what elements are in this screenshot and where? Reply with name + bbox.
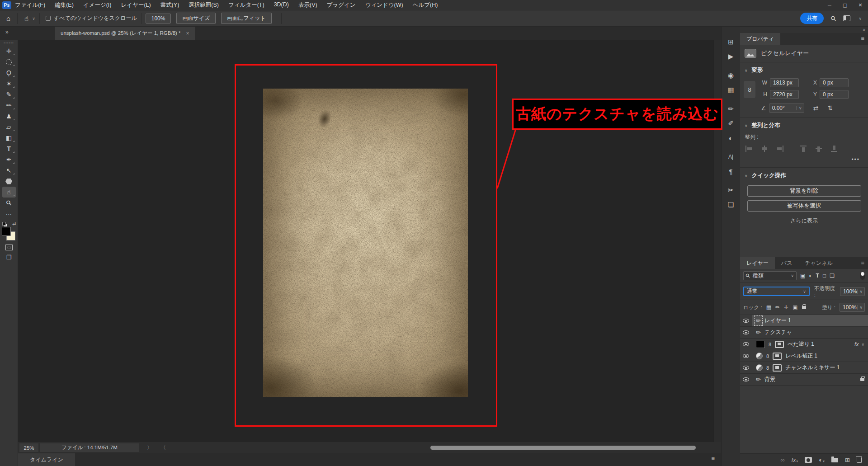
- x-field[interactable]: 0 px: [820, 78, 849, 87]
- eraser-tool[interactable]: ▱: [2, 122, 16, 132]
- shape-tool[interactable]: [2, 176, 16, 187]
- eyedropper-tool[interactable]: ✎: [2, 89, 16, 100]
- menu-help[interactable]: ヘルプ(H): [413, 1, 438, 9]
- notes-panel-icon[interactable]: ✂: [728, 186, 734, 195]
- scroll-all-windows-checkbox[interactable]: [46, 16, 51, 21]
- photoshop-logo[interactable]: Ps: [2, 1, 11, 9]
- layer-mask-thumbnail[interactable]: [775, 341, 784, 348]
- transform-section-header[interactable]: ∨ 変形: [740, 62, 868, 77]
- layer-name[interactable]: レベル補正 1: [785, 352, 817, 360]
- lock-artboard-icon[interactable]: ▣: [793, 304, 797, 311]
- menu-file[interactable]: ファイル(F): [15, 1, 45, 9]
- layer-effects-icon[interactable]: fx▾: [792, 457, 798, 463]
- align-section-header[interactable]: ∨ 整列と分布: [740, 118, 868, 132]
- adjustment-thumbnail[interactable]: [756, 353, 763, 359]
- quick-actions-section-header[interactable]: ∨ クイック操作: [740, 168, 868, 183]
- timeline-tab[interactable]: タイムライン: [18, 453, 75, 466]
- search-icon[interactable]: ⚲: [829, 14, 839, 23]
- menu-plugins[interactable]: プラグイン: [327, 1, 356, 9]
- default-colors-icon[interactable]: [2, 222, 7, 226]
- workspace-icon[interactable]: [843, 15, 850, 21]
- filter-shape-layers-icon[interactable]: □: [823, 273, 826, 279]
- chevron-down-icon[interactable]: ∨: [796, 106, 802, 110]
- visibility-toggle[interactable]: [740, 315, 752, 326]
- delete-layer-icon[interactable]: [857, 457, 862, 463]
- hand-tool-icon[interactable]: ☝: [22, 14, 31, 23]
- align-middle-v-icon[interactable]: [815, 146, 822, 152]
- brush-tool[interactable]: ✏: [2, 100, 16, 111]
- chevron-down-icon[interactable]: ∨: [32, 16, 35, 21]
- select-subject-button[interactable]: 被写体を選択: [747, 200, 861, 212]
- layer-name[interactable]: チャンネルミキサー 1: [785, 364, 840, 372]
- type-tool[interactable]: T: [2, 143, 16, 154]
- visibility-toggle[interactable]: [740, 362, 752, 373]
- flip-horizontal-icon[interactable]: ⇄: [813, 104, 819, 112]
- brushes-panel-icon[interactable]: ✐: [728, 119, 734, 128]
- link-dimensions-button[interactable]: 8: [744, 81, 755, 98]
- layer-thumbnail[interactable]: ✏: [756, 376, 761, 383]
- path-selection-tool[interactable]: ↖: [2, 165, 16, 176]
- add-mask-icon[interactable]: [805, 457, 812, 463]
- layer-row[interactable]: 8 べた塗り 1 fx ∨: [740, 339, 868, 350]
- zoom-level[interactable]: 25%: [19, 443, 38, 452]
- apps-grid-icon[interactable]: ⊞: [728, 38, 734, 47]
- menu-filter[interactable]: フィルター(T): [228, 1, 264, 9]
- layer-name[interactable]: べた塗り 1: [788, 340, 814, 348]
- layer-name[interactable]: 背景: [764, 376, 775, 383]
- tab-layers[interactable]: レイヤー: [740, 257, 775, 269]
- new-layer-icon[interactable]: ⊞: [845, 457, 850, 463]
- new-adjustment-layer-icon[interactable]: ◐▾: [819, 457, 825, 463]
- chevron-down-icon[interactable]: ∨: [859, 16, 862, 21]
- menu-type[interactable]: 書式(Y): [160, 1, 179, 9]
- align-more-button[interactable]: •••: [740, 153, 868, 168]
- opacity-field[interactable]: 100% ∨: [840, 287, 865, 296]
- tab-properties[interactable]: プロパティ: [740, 33, 780, 45]
- status-next-icon[interactable]: 〉: [147, 444, 152, 452]
- new-group-icon[interactable]: [831, 458, 838, 462]
- adjustment-thumbnail[interactable]: [756, 364, 763, 371]
- filter-smart-objects-icon[interactable]: ❏: [830, 273, 835, 279]
- layer-row[interactable]: 8 チャンネルミキサー 1: [740, 362, 868, 374]
- character-panel-icon[interactable]: A|: [728, 152, 733, 161]
- lock-all-icon[interactable]: [802, 306, 806, 309]
- layer-effects-badge[interactable]: fx ∨: [854, 341, 864, 348]
- lasso-tool[interactable]: Ϙ: [2, 67, 16, 78]
- visibility-toggle[interactable]: [740, 327, 752, 338]
- pen-tool[interactable]: ✒: [2, 154, 16, 165]
- tab-paths[interactable]: パス: [775, 257, 799, 269]
- menu-window[interactable]: ウィンドウ(W): [365, 1, 403, 9]
- layer-row[interactable]: ✏ レイヤー 1: [740, 315, 868, 327]
- adjustments-panel-icon[interactable]: ◐: [729, 133, 733, 142]
- horizontal-scrollbar-thumb[interactable]: [430, 446, 696, 450]
- remove-background-button[interactable]: 背景を削除: [747, 185, 861, 197]
- layer-mask-thumbnail[interactable]: [773, 364, 782, 372]
- libraries-panel-icon[interactable]: ❏: [728, 200, 734, 209]
- toolbar-drag-handle[interactable]: ••••••: [4, 41, 14, 45]
- align-left-icon[interactable]: [745, 146, 753, 152]
- fill-field[interactable]: 100% ∨: [840, 303, 865, 312]
- filter-pixel-layers-icon[interactable]: ▣: [800, 273, 805, 279]
- visibility-toggle[interactable]: [740, 339, 752, 350]
- horizontal-scrollbar[interactable]: [172, 442, 721, 453]
- align-bottom-icon[interactable]: [830, 146, 838, 152]
- more-tools-button[interactable]: ⋯: [2, 208, 16, 219]
- flip-vertical-icon[interactable]: ⇅: [827, 104, 833, 112]
- layers-menu-icon[interactable]: ≡: [861, 259, 864, 266]
- info-panel-icon[interactable]: ▦: [727, 85, 734, 94]
- layer-row[interactable]: ✏ 背景: [740, 374, 868, 386]
- show-more-link[interactable]: さらに表示: [790, 217, 818, 224]
- screen-mode-button[interactable]: ❐: [6, 254, 12, 261]
- layer-mask-thumbnail[interactable]: [773, 353, 782, 360]
- lock-position-icon[interactable]: ✛: [784, 304, 788, 311]
- marquee-tool[interactable]: [2, 56, 16, 67]
- link-layers-icon[interactable]: ∞: [781, 457, 785, 463]
- hand-tool[interactable]: ☝: [2, 187, 16, 198]
- clone-source-panel-icon[interactable]: ◉: [728, 71, 734, 80]
- filter-toggle-switch[interactable]: [860, 272, 865, 280]
- layer-row[interactable]: ✏ テクスチャ: [740, 327, 868, 339]
- layer-thumbnail[interactable]: ✏: [756, 317, 761, 324]
- height-field[interactable]: 2720 px: [770, 90, 799, 99]
- tab-channels[interactable]: チャンネル: [798, 257, 839, 269]
- filter-adjustment-layers-icon[interactable]: ◐: [809, 273, 812, 279]
- share-button[interactable]: 共有: [800, 13, 824, 24]
